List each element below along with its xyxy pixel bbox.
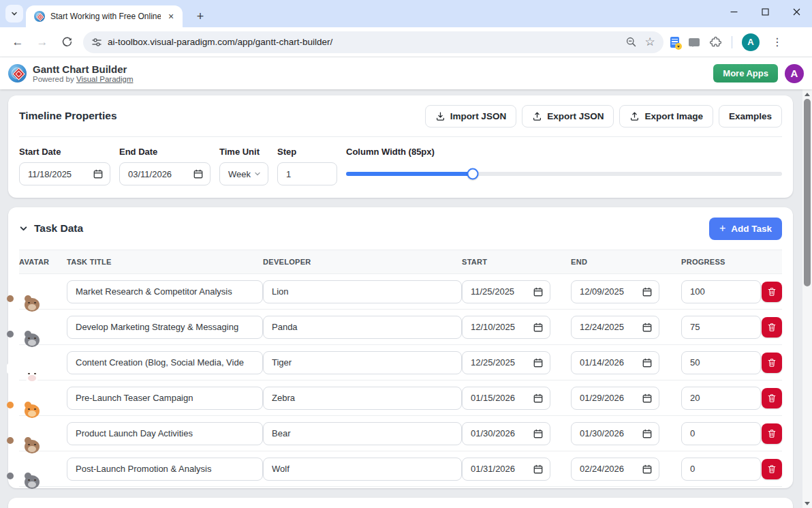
calendar-icon[interactable] <box>533 323 543 332</box>
end-date-input[interactable]: 03/11/2026 <box>119 162 210 185</box>
browser-tab[interactable]: Start Working with Free Online × <box>26 5 183 27</box>
end-date-input[interactable]: 01/30/2026 <box>571 422 659 445</box>
developer-input[interactable] <box>263 422 462 445</box>
examples-button[interactable]: Examples <box>719 105 782 128</box>
calendar-icon[interactable] <box>533 287 543 297</box>
start-date-value: 12/10/2025 <box>471 322 515 332</box>
developer-input[interactable] <box>263 351 462 374</box>
window-maximize-button[interactable] <box>749 0 781 23</box>
delete-task-button[interactable] <box>762 423 782 444</box>
calendar-icon[interactable] <box>642 393 652 403</box>
visual-paradigm-link[interactable]: Visual Paradigm <box>76 75 134 83</box>
add-task-button[interactable]: + Add Task <box>709 218 782 240</box>
col-developer: DEVELOPER <box>263 258 462 266</box>
calendar-icon[interactable] <box>193 169 203 179</box>
scrollbar-up-arrow[interactable] <box>802 89 812 99</box>
calendar-icon[interactable] <box>642 358 652 368</box>
progress-input[interactable] <box>681 280 761 303</box>
calendar-icon[interactable] <box>533 358 543 368</box>
calendar-icon[interactable] <box>642 429 652 438</box>
end-date-value: 12/24/2025 <box>580 322 624 332</box>
time-unit-value: Week <box>228 169 251 179</box>
end-date-input[interactable]: 01/14/2026 <box>571 351 659 374</box>
page-scrollbar[interactable] <box>802 89 812 508</box>
tab-close-icon[interactable]: × <box>165 10 177 23</box>
delete-task-button[interactable] <box>762 388 782 408</box>
download-badge-icon <box>675 43 682 50</box>
end-date-value: 02/24/2026 <box>580 464 624 474</box>
chevron-down-icon <box>10 10 18 18</box>
extensions-puzzle-icon[interactable] <box>709 35 722 48</box>
window-close-button[interactable] <box>781 0 812 23</box>
chat-icon[interactable] <box>689 38 700 46</box>
slider-track[interactable] <box>346 172 782 176</box>
tab-search-button[interactable] <box>5 5 23 23</box>
end-date-input[interactable]: 12/24/2025 <box>571 316 659 339</box>
reload-button[interactable] <box>56 31 78 53</box>
end-date-input[interactable]: 01/29/2026 <box>571 387 659 410</box>
calendar-icon[interactable] <box>642 323 652 332</box>
start-date-input[interactable]: 12/25/2025 <box>462 351 550 374</box>
import-json-button[interactable]: Import JSON <box>425 105 517 128</box>
calendar-icon[interactable] <box>642 287 652 297</box>
task-title-input[interactable] <box>67 387 263 410</box>
address-bar[interactable]: ai-toolbox.visual-paradigm.com/app/gantt… <box>83 31 663 53</box>
end-date-input[interactable]: 02/24/2026 <box>571 458 659 481</box>
task-title-input[interactable] <box>67 351 263 374</box>
start-date-input[interactable]: 01/15/2026 <box>462 387 550 410</box>
collapse-chevron-icon[interactable] <box>19 224 28 233</box>
task-title-input[interactable] <box>67 280 263 303</box>
progress-input[interactable] <box>681 316 761 339</box>
slider-thumb[interactable] <box>467 168 478 180</box>
progress-input[interactable] <box>681 387 761 410</box>
progress-input[interactable] <box>681 458 761 481</box>
start-date-input[interactable]: 11/18/2025 <box>19 162 110 185</box>
trash-icon <box>767 393 777 403</box>
start-date-input[interactable]: 12/10/2025 <box>462 316 550 339</box>
delete-task-button[interactable] <box>762 459 782 479</box>
delete-task-button[interactable] <box>762 282 782 302</box>
window-minimize-button[interactable] <box>718 0 749 23</box>
user-avatar[interactable]: A <box>785 64 804 83</box>
developer-input[interactable] <box>263 280 462 303</box>
docs-offline-icon[interactable] <box>670 37 679 48</box>
back-button[interactable]: ← <box>7 31 29 53</box>
start-date-input[interactable]: 01/30/2026 <box>462 422 550 445</box>
start-date-label: Start Date <box>19 147 110 157</box>
zoom-out-icon[interactable] <box>621 33 640 52</box>
calendar-icon[interactable] <box>642 464 652 474</box>
browser-menu-icon[interactable]: ⋮ <box>769 35 785 48</box>
developer-input[interactable] <box>263 458 462 481</box>
time-unit-select[interactable]: Week <box>219 162 268 185</box>
task-title-input[interactable] <box>67 316 263 339</box>
start-date-input[interactable]: 11/25/2025 <box>462 280 550 303</box>
developer-input[interactable] <box>263 316 462 339</box>
task-title-input[interactable] <box>67 422 263 445</box>
url-text[interactable]: ai-toolbox.visual-paradigm.com/app/gantt… <box>108 37 621 47</box>
calendar-icon[interactable] <box>533 393 543 403</box>
delete-task-button[interactable] <box>762 317 782 338</box>
task-title-input[interactable] <box>67 458 263 481</box>
developer-input[interactable] <box>263 387 462 410</box>
progress-input[interactable] <box>681 351 761 374</box>
more-apps-button[interactable]: More Apps <box>713 64 778 83</box>
export-image-button[interactable]: Export Image <box>619 105 713 128</box>
new-tab-button[interactable]: + <box>192 8 208 25</box>
bookmark-star-icon[interactable]: ☆ <box>640 33 659 52</box>
calendar-icon[interactable] <box>533 464 543 474</box>
tune-icon[interactable] <box>91 37 102 48</box>
calendar-icon[interactable] <box>93 169 103 179</box>
start-date-input[interactable]: 01/31/2026 <box>462 458 550 481</box>
col-task-title: TASK TITLE <box>67 258 263 266</box>
end-date-input[interactable]: 12/09/2025 <box>571 280 659 303</box>
progress-input[interactable] <box>681 422 761 445</box>
minimize-icon <box>730 8 738 16</box>
scrollbar-thumb[interactable] <box>804 99 811 286</box>
export-json-button[interactable]: Export JSON <box>522 105 614 128</box>
column-width-slider[interactable] <box>346 162 782 185</box>
step-input[interactable] <box>277 162 337 185</box>
scrollbar-down-arrow[interactable] <box>802 498 812 508</box>
browser-profile-avatar[interactable]: A <box>742 33 760 51</box>
calendar-icon[interactable] <box>533 429 543 438</box>
delete-task-button[interactable] <box>762 353 782 373</box>
